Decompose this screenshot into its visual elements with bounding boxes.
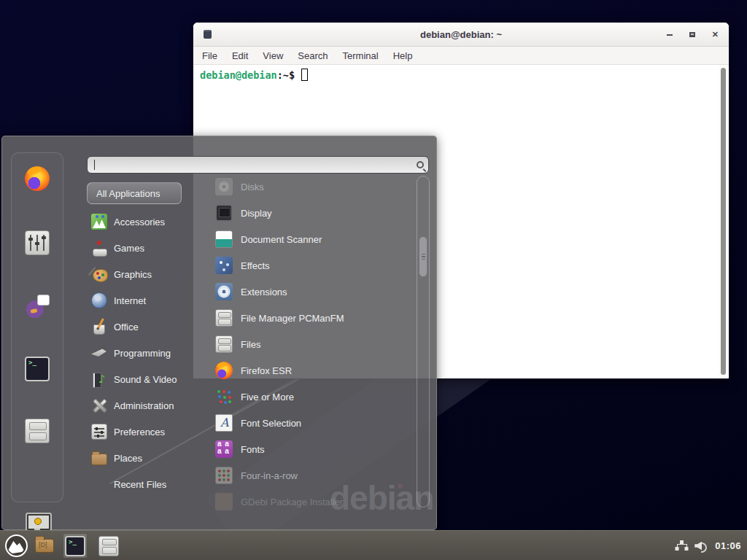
font-selection-icon: [215, 414, 233, 432]
category-games[interactable]: Games: [87, 235, 204, 261]
file-cabinet-icon: [215, 335, 233, 353]
terminal-launcher-icon[interactable]: [25, 357, 50, 381]
app-item-label: Fonts: [241, 444, 265, 455]
pidgin-launcher-icon[interactable]: [25, 295, 50, 319]
search-icon: [417, 161, 424, 168]
scrollbar-grip: [422, 254, 425, 260]
app-item-label: Four-in-a-row: [241, 470, 298, 481]
terminal-scrollbar[interactable]: [719, 65, 728, 378]
app-item-document-scanner[interactable]: Document Scanner: [205, 226, 418, 252]
category-label: Recent Files: [114, 479, 166, 490]
disks-icon: [215, 178, 233, 195]
taskbar-terminal-active[interactable]: [63, 533, 88, 559]
file-cabinet-icon: [98, 536, 119, 556]
app-item-label: Files: [241, 339, 260, 350]
menu-button[interactable]: [5, 534, 28, 557]
app-item-label: Firefox ESR: [241, 365, 292, 376]
globe-icon: [91, 292, 107, 308]
favorites-sidebar: [11, 152, 63, 502]
app-item-label: File Manager PCManFM: [241, 313, 344, 324]
four-in-a-row-icon: [215, 467, 233, 484]
app-item-effects[interactable]: Effects: [205, 252, 418, 279]
app-item-label: GDebi Package Installer: [241, 497, 343, 508]
application-menu: All Applications Accessories Games Graph…: [1, 136, 437, 530]
volume-icon[interactable]: [694, 541, 706, 551]
terminal-window-icon: [204, 30, 212, 39]
menu-help[interactable]: Help: [387, 49, 419, 63]
menu-view[interactable]: View: [257, 49, 289, 63]
firefox-launcher-icon[interactable]: [25, 166, 50, 191]
category-accessories[interactable]: Accessories: [87, 209, 204, 235]
category-graphics[interactable]: Graphics: [87, 261, 204, 287]
firefox-icon: [215, 362, 233, 379]
category-label: Preferences: [114, 427, 165, 438]
taskbar: 01:06: [0, 530, 747, 560]
menu-scrollbar-track[interactable]: [417, 176, 430, 508]
taskbar-file-cabinet[interactable]: [96, 533, 121, 559]
preferences-icon: [91, 424, 107, 440]
app-item-firefox-esr[interactable]: Firefox ESR: [205, 357, 418, 384]
category-label: Games: [114, 243, 144, 254]
app-item-extensions[interactable]: Extensions: [205, 279, 418, 305]
app-item-label: Five or More: [241, 392, 294, 402]
category-label: Programming: [114, 348, 171, 359]
app-item-files[interactable]: Files: [205, 331, 418, 357]
close-button[interactable]: ✕: [712, 31, 719, 39]
menu-scrollbar-thumb[interactable]: [419, 236, 427, 277]
category-internet[interactable]: Internet: [87, 287, 204, 314]
app-item-four-in-a-row[interactable]: Four-in-a-row: [205, 462, 418, 489]
file-cabinet-launcher-icon[interactable]: [25, 419, 50, 443]
programming-icon: [91, 345, 107, 361]
maximize-button[interactable]: [689, 32, 695, 37]
app-item-file-manager-pcmanfm[interactable]: File Manager PCManFM: [205, 305, 418, 331]
gdebi-package-icon: [215, 493, 233, 510]
category-label: Sound & Video: [114, 374, 177, 385]
fonts-icon: [215, 440, 233, 458]
menu-search-input[interactable]: [87, 156, 429, 174]
games-icon: [91, 240, 107, 256]
app-item-label: Document Scanner: [241, 234, 322, 245]
menu-search[interactable]: Search: [292, 49, 333, 63]
menu-edit[interactable]: Edit: [226, 49, 254, 63]
sound-video-icon: [91, 371, 107, 387]
category-places[interactable]: Places: [87, 445, 204, 471]
category-office[interactable]: Office: [87, 314, 204, 340]
text-caret: [94, 160, 95, 170]
extensions-gear-icon: [215, 283, 233, 300]
graphics-icon: [91, 266, 107, 282]
taskbar-file-manager[interactable]: [32, 533, 57, 559]
mixer-launcher-icon[interactable]: [25, 230, 50, 255]
app-item-five-or-more[interactable]: Five or More: [205, 384, 418, 410]
app-item-label: Disks: [241, 182, 264, 192]
app-item-font-selection[interactable]: Font Selection: [205, 410, 418, 436]
accessories-icon: [91, 214, 107, 230]
app-item-fonts[interactable]: Fonts: [205, 436, 418, 462]
folder-icon: [91, 454, 107, 465]
category-administration[interactable]: Administration: [87, 392, 204, 419]
terminal-scrollbar-thumb[interactable]: [721, 68, 726, 375]
app-item-label: Effects: [241, 260, 270, 271]
network-icon[interactable]: [675, 540, 688, 552]
folder-icon: [35, 539, 54, 553]
terminal-icon: [65, 536, 85, 556]
category-all-applications[interactable]: All Applications: [87, 182, 182, 204]
app-item-label: Font Selection: [241, 418, 301, 429]
category-preferences[interactable]: Preferences: [87, 419, 204, 445]
category-sound-video[interactable]: Sound & Video: [87, 366, 204, 392]
category-recent-files[interactable]: Recent Files: [87, 471, 204, 497]
menu-terminal[interactable]: Terminal: [337, 49, 384, 63]
prompt-user-host: debian@debian: [200, 69, 277, 81]
display-icon: [215, 204, 233, 222]
category-label: Graphics: [114, 269, 152, 280]
category-list: All Applications Accessories Games Graph…: [87, 182, 204, 497]
category-programming[interactable]: Programming: [87, 340, 204, 366]
terminal-titlebar[interactable]: debian@debian: ~ ✕: [193, 23, 729, 47]
clock[interactable]: 01:06: [715, 540, 741, 551]
five-or-more-dots-icon: [215, 388, 233, 405]
app-item-display[interactable]: Display: [205, 200, 418, 226]
menu-file[interactable]: File: [196, 49, 223, 63]
app-item-disks[interactable]: Disks: [205, 174, 418, 200]
app-item-gdebi[interactable]: GDebi Package Installer: [205, 489, 418, 515]
administration-tools-icon: [91, 397, 107, 413]
minimize-button[interactable]: [667, 34, 673, 36]
